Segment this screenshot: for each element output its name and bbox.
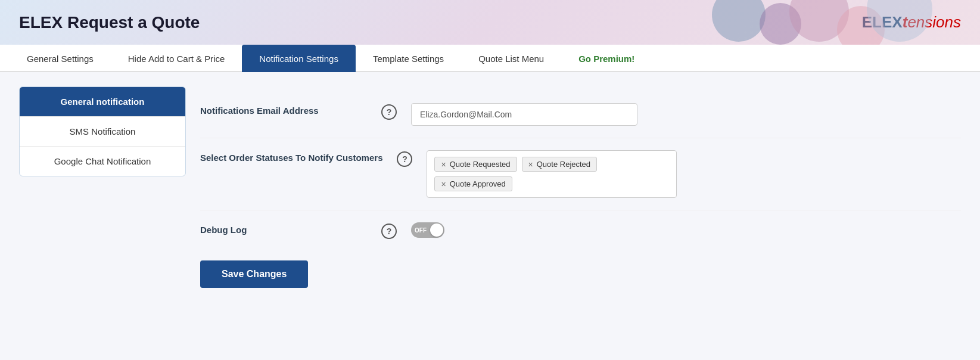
debug-log-row: Debug Log ? OFF — [200, 210, 961, 251]
tab-general[interactable]: General Settings — [10, 45, 111, 72]
header: ELEX Request a Quote ELEXtensions — [0, 0, 980, 45]
tag-quote-rejected-remove[interactable]: × — [528, 160, 533, 169]
sidebar-item-google-chat[interactable]: Google Chat Notification — [20, 147, 185, 176]
email-input[interactable] — [411, 103, 637, 126]
tag-quote-rejected-label: Quote Rejected — [537, 160, 590, 169]
email-help-icon[interactable]: ? — [381, 104, 397, 120]
tag-quote-approved-remove[interactable]: × — [441, 180, 446, 188]
order-status-help-icon[interactable]: ? — [397, 151, 412, 167]
order-status-label: Select Order Statuses To Notify Customer… — [200, 150, 382, 163]
toggle-knob — [430, 224, 443, 237]
tab-quote-list[interactable]: Quote List Menu — [461, 45, 561, 72]
sidebar-item-general-notification[interactable]: General notification — [20, 87, 185, 117]
tab-notification[interactable]: Notification Settings — [242, 45, 356, 72]
tab-template[interactable]: Template Settings — [356, 45, 461, 72]
email-label: Notifications Email Address — [200, 103, 367, 116]
tab-premium[interactable]: Go Premium! — [561, 45, 652, 72]
debug-log-label: Debug Log — [200, 222, 367, 235]
sidebar-item-sms-notification[interactable]: SMS Notification — [20, 117, 185, 147]
tag-quote-approved: × Quote Approved — [434, 176, 512, 191]
main-content: General notification SMS Notification Go… — [0, 72, 980, 328]
sidebar: General notification SMS Notification Go… — [19, 86, 186, 176]
email-row: Notifications Email Address ? — [200, 91, 961, 138]
settings-panel: Notifications Email Address ? Select Ord… — [200, 86, 961, 314]
toggle-label: OFF — [415, 227, 427, 234]
tag-quote-requested-remove[interactable]: × — [441, 160, 446, 169]
tag-quote-requested: × Quote Requested — [434, 157, 517, 172]
tab-hide[interactable]: Hide Add to Cart & Price — [111, 45, 242, 72]
debug-log-control: OFF — [411, 222, 961, 238]
tag-quote-requested-label: Quote Requested — [450, 160, 511, 169]
nav-tabs: General Settings Hide Add to Cart & Pric… — [0, 45, 980, 72]
save-button[interactable]: Save Changes — [200, 260, 308, 288]
email-control — [411, 103, 961, 126]
order-status-row: Select Order Statuses To Notify Customer… — [200, 138, 961, 210]
debug-toggle[interactable]: OFF — [411, 222, 444, 238]
tag-quote-rejected: × Quote Rejected — [522, 157, 598, 172]
debug-toggle-wrap: OFF — [411, 222, 961, 238]
order-status-control: × Quote Requested × Quote Rejected × Quo… — [427, 150, 961, 198]
page-title: ELEX Request a Quote — [19, 13, 200, 32]
debug-log-help-icon[interactable]: ? — [381, 224, 397, 239]
tags-container: × Quote Requested × Quote Rejected × Quo… — [427, 150, 677, 198]
tag-quote-approved-label: Quote Approved — [450, 179, 506, 188]
